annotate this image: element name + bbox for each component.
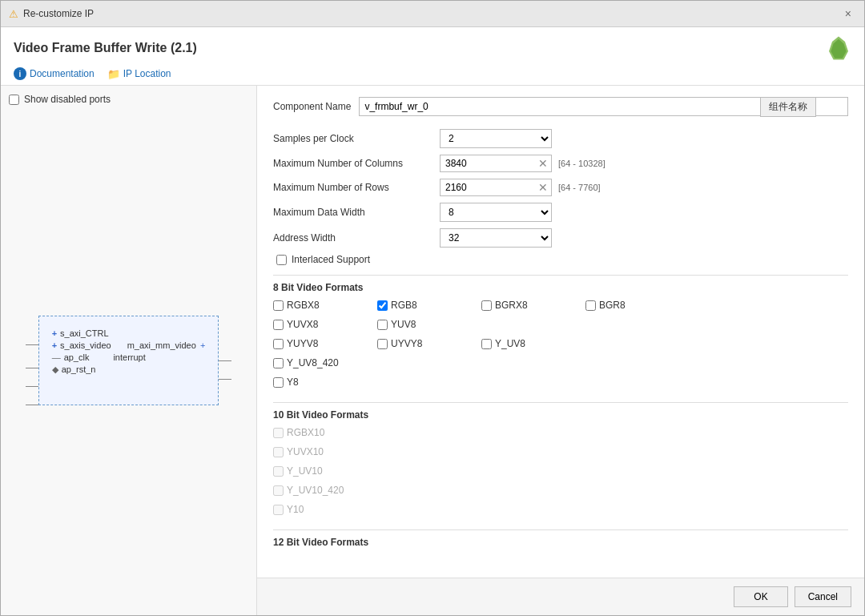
port-line-2 [26,368,38,368]
block-diagram-container: + s_axi_CTRL + s_axis_video m_axi_mm_vid… [26,316,232,405]
formats-10bit-row1: RGBX10 [273,427,848,443]
close-button[interactable]: × [840,6,856,22]
format-bgrx8: BGRX8 [481,300,585,311]
y-uv10-420-checkbox[interactable] [273,485,284,496]
app-title-row: Video Frame Buffer Write (2.1) [14,35,851,61]
y-uv10-checkbox[interactable] [273,466,284,477]
yuvx10-label: YUVX10 [287,446,324,457]
left-connectors [26,316,38,405]
bit8-section-title: 8 Bit Video Formats [273,282,848,293]
format-rgbx10: RGBX10 [273,427,377,438]
yuv8-checkbox[interactable] [377,320,388,330]
max-columns-label: Maximum Number of Columns [273,158,433,169]
app-logo [826,35,851,61]
max-rows-input[interactable] [441,179,535,195]
address-width-label: Address Width [273,232,433,244]
show-disabled-ports-checkbox[interactable] [9,95,19,105]
port-s-axis-video-label: s_axis_video [60,340,111,350]
y8-checkbox[interactable] [273,377,284,388]
format-yuvx8: YUVX8 [273,319,377,330]
yuvx8-checkbox[interactable] [273,320,284,330]
dot-icon-1: ◆ [52,364,58,375]
bit12-section-title: 12 Bit Video Formats [273,537,848,548]
title-bar-left: ⚠ Re-customize IP [9,8,94,20]
cancel-button[interactable]: Cancel [795,586,851,607]
max-rows-label: Maximum Number of Rows [273,182,433,193]
config-area[interactable]: Component Name 组件名称 Samples per Clock 2 … [257,86,864,578]
format-yuv8: YUV8 [377,319,481,330]
formats-8bit-row2: YUVX8 YUV8 [273,319,848,335]
max-columns-input-wrap: ✕ [440,155,552,172]
port-line-1 [26,344,38,345]
yuvx10-checkbox[interactable] [273,447,284,457]
max-columns-clear[interactable]: ✕ [535,157,551,170]
address-width-select[interactable]: 32 64 [440,228,552,248]
max-rows-clear[interactable]: ✕ [535,181,551,194]
rgbx8-label: RGBX8 [287,300,320,311]
plus-icon-right: + [200,340,205,350]
ip-location-icon: 📁 [107,68,120,80]
ok-button[interactable]: OK [734,586,787,607]
rgbx10-label: RGBX10 [287,427,324,438]
samples-per-clock-select[interactable]: 2 1 4 [440,129,552,148]
y-uv8-420-label: Y_UV8_420 [287,357,339,368]
y10-checkbox[interactable] [273,505,284,515]
max-rows-input-wrap: ✕ [440,179,552,196]
port-ap-rst-n: ◆ ap_rst_n [52,364,206,375]
uyvy8-label: UYVY8 [391,338,422,349]
format-y-uv10-420: Y_UV10_420 [273,485,417,496]
component-name-row: Component Name 组件名称 [273,97,848,116]
y-uv8-checkbox[interactable] [481,339,492,349]
formats-8bit-row5: Y8 [273,376,848,393]
max-data-width-label: Maximum Data Width [273,207,433,218]
yuvx8-label: YUVX8 [287,319,318,330]
left-panel: Show disabled ports [1,86,257,615]
y-uv8-420-checkbox[interactable] [273,358,284,368]
format-y-uv8-420: Y_UV8_420 [273,357,417,368]
max-columns-input[interactable] [441,155,535,171]
uyvy8-checkbox[interactable] [377,339,388,349]
format-uyvy8: UYVY8 [377,338,481,349]
max-rows-range: [64 - 7760] [558,183,601,192]
right-panel: Component Name 组件名称 Samples per Clock 2 … [257,86,864,615]
formats-10bit-row4: Y_UV10_420 [273,485,848,501]
format-yuyv8: YUYV8 [273,338,377,349]
bgr8-checkbox[interactable] [585,300,596,311]
right-ports [219,341,231,380]
yuv8-label: YUV8 [391,319,416,330]
rgbx8-checkbox[interactable] [273,300,284,311]
rgb8-checkbox[interactable] [377,300,388,311]
max-data-width-select[interactable]: 8 10 12 [440,203,552,222]
rgbx10-checkbox[interactable] [273,428,284,438]
format-y-uv10: Y_UV10 [273,465,377,477]
show-ports-row: Show disabled ports [9,94,248,105]
port-ap-clk: — ap_clk interrupt [52,352,206,362]
ip-location-label: IP Location [123,68,171,79]
port-ap-rst-n-label: ap_rst_n [62,364,96,374]
divider-3 [273,529,848,530]
chinese-btn[interactable]: 组件名称 [760,97,816,117]
main-window: ⚠ Re-customize IP × Video Frame Buffer W… [0,0,865,616]
rgb8-label: RGB8 [391,300,417,311]
format-y8: Y8 [273,376,377,388]
ip-location-link[interactable]: 📁 IP Location [107,68,171,80]
port-m-axi-mm-video-label: m_axi_mm_video + [127,340,206,350]
port-line-r2 [219,379,231,380]
divider-1 [273,275,848,276]
yuyv8-checkbox[interactable] [273,339,284,349]
title-bar-title: Re-customize IP [23,8,94,19]
y-uv10-420-label: Y_UV10_420 [287,485,344,496]
documentation-link[interactable]: i Documentation [14,67,95,80]
formats-8bit-row4: Y_UV8_420 [273,357,848,373]
interlaced-support-checkbox[interactable] [276,255,287,265]
format-y-uv8: Y_UV8 [481,338,585,349]
max-columns-range: [64 - 10328] [558,159,606,168]
max-data-width-row: Maximum Data Width 8 10 12 [273,203,848,222]
app-title-text: Video Frame Buffer Write (2.1) [14,41,197,55]
info-icon: i [14,67,26,80]
bgrx8-checkbox[interactable] [481,300,492,311]
footer-bar: OK Cancel [257,578,864,615]
format-rgb8: RGB8 [377,300,481,311]
port-s-axis-video: + s_axis_video m_axi_mm_video + [52,340,206,350]
interlaced-support-row: Interlaced Support [273,254,848,265]
